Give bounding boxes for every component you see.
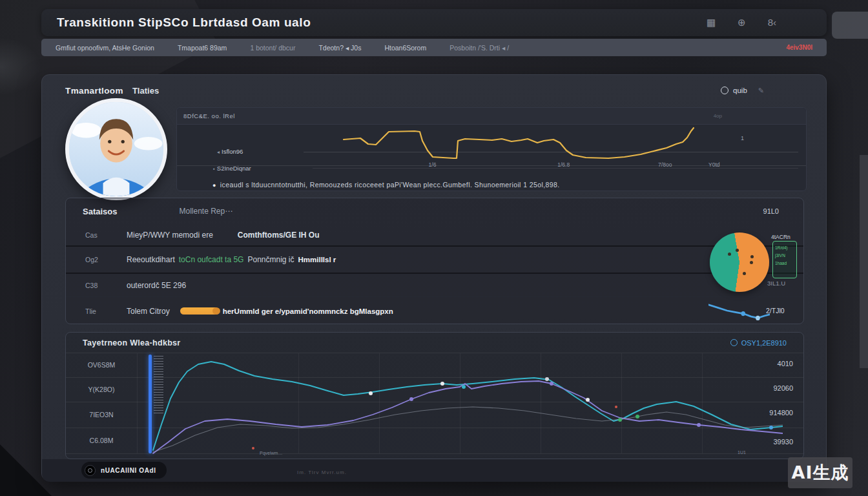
row-sparkline — [708, 300, 770, 321]
x-tick-1: 1/6.8 — [557, 161, 570, 168]
globe-icon[interactable]: ⊕ — [738, 17, 746, 28]
row-key: Cas — [85, 231, 127, 239]
x-axis-note: Pqvelwm… — [260, 451, 282, 455]
band-label-2: 7IEO3N — [66, 411, 137, 418]
top-chart-title: 8DfC&E. oo. lRel — [183, 112, 235, 119]
band-label-0: OV6S8M — [66, 361, 137, 369]
card-title: Tmanartloom — [65, 86, 123, 96]
pie-data-dot — [728, 253, 731, 256]
pie-data-dot — [743, 272, 746, 275]
row-text: MieyP/WWY memodi ere — [127, 231, 213, 240]
footer-caption: Im. Tlrv Mvrr.um. — [297, 470, 347, 475]
right-axis-value-3: 39930 — [773, 438, 793, 446]
top-chart-header: 8DfC&E. oo. lRel 4op — [177, 108, 806, 125]
stats-table: Sataisos Mollente Rep⋯ 91L0 Cas MieyP/WW… — [65, 198, 804, 324]
share-icon[interactable]: 8‹ — [768, 17, 776, 28]
avatar-illustration — [69, 102, 163, 196]
row-tail-text: Ponnčmnig ič — [247, 255, 294, 264]
card-footer: nUACAllNI OAdl Im. Tlrv Mvrr.um. — [42, 459, 826, 482]
right-value-2: 3IL1.U — [767, 280, 785, 287]
band-label-3: C6.08M — [66, 437, 137, 444]
table-row[interactable]: C38 outerordč 5E 296 — [66, 274, 803, 297]
table-row[interactable]: Tlie Tolem Citroy herUmmld ger e/ypamid'… — [66, 297, 803, 325]
table-subtitle: Mollente Rep⋯ — [179, 207, 232, 216]
row-key: Tlie — [85, 307, 127, 315]
nav-item-0[interactable]: Gmfiut opnoofivm, AtsHe Gonion — [56, 44, 154, 52]
card-header: Tmanartloom Tlaties quib ✎ — [42, 81, 826, 99]
row-key: C38 — [85, 282, 127, 289]
row-link-text[interactable]: toCn oufcadt ta 5G — [179, 255, 244, 264]
trend-action-label: OSY1,2E8910 — [741, 339, 787, 347]
row-text: outerordč 5E 296 — [127, 281, 186, 290]
pen-icon[interactable]: ✎ — [758, 87, 764, 95]
download-pill-button[interactable]: nUACAllNI OAdl — [81, 462, 167, 479]
row-text: Reeoutkdihart — [127, 255, 175, 264]
table-row[interactable]: Cas MieyP/WWY memodi ere Comthftoms/GE I… — [66, 224, 803, 247]
nav-item-5[interactable]: Posboitn /'S. Drti ◂ / — [450, 44, 509, 52]
window-titlebar: Transkitionn StipSCo Lbrtdasd Oam ualo ▦… — [41, 9, 827, 36]
right-edge-decoration — [860, 155, 868, 368]
row-secondary-text: Comthftoms/GE IH Ou — [238, 231, 320, 240]
pie-legend-line-0: 1R/d4) — [775, 244, 794, 252]
multi-series-line-chart — [150, 353, 783, 455]
x-tick-2: 7/8oo — [658, 161, 672, 168]
table-header-value: 91L0 — [763, 207, 779, 215]
refresh-label: quib — [733, 87, 747, 94]
window-title: Transkitionn StipSCo Lbrtdasd Oam ualo — [57, 16, 311, 30]
trend-title: Tayetrneon Wlea-hdkbsr — [83, 338, 181, 347]
row-key: Og2 — [85, 256, 127, 264]
pie-data-dot — [736, 249, 739, 252]
legend-item-1: ▪S2IneDiqnar — [213, 165, 251, 172]
right-axis-value-2: 914800 — [769, 409, 793, 417]
label-column-divider — [137, 353, 138, 453]
main-dashboard-card: Tmanartloom Tlaties quib ✎ — [41, 74, 827, 481]
circle-icon — [721, 87, 728, 94]
grid-icon[interactable]: ▦ — [707, 17, 716, 28]
right-value-0: 4tACRn — [771, 234, 790, 240]
background-glow — [0, 37, 41, 96]
avatar[interactable] — [65, 98, 167, 200]
nav-item-3[interactable]: Tdeotn? ◂ J0s — [318, 44, 361, 52]
x-tick-0: 1/6 — [429, 161, 437, 168]
row-bold-text: Hmmilllsl r — [298, 256, 336, 264]
corner-tab-decoration — [832, 12, 868, 39]
summary-note: ● iceaudl s ltduucnntotnutthi, Remoouzed… — [212, 181, 807, 190]
table-title: Sataisos — [83, 207, 117, 216]
nav-item-1[interactable]: Tmapoat6 89am — [178, 44, 227, 52]
download-label: nUACAllNI OAdl — [101, 467, 156, 474]
nav-item-2[interactable]: 1 botont/ dbcur — [250, 44, 295, 52]
pie-legend-line-1: j3IVN — [775, 252, 794, 260]
pie-data-dot — [750, 261, 753, 264]
alert-badge[interactable]: 4eiv3N0l — [786, 44, 812, 51]
top-chart-aux: 4op — [714, 113, 722, 119]
table-header: Sataisos Mollente Rep⋯ 91L0 — [66, 198, 803, 224]
nav-bar: Gmfiut opnoofivm, AtsHe Gonion Tmapoat6 … — [41, 39, 827, 56]
clock-icon — [730, 339, 738, 346]
table-row[interactable]: Og2 Reeoutkdihart toCn oufcadt ta 5G Pon… — [66, 247, 803, 274]
right-axis-value-0: 4010 — [778, 360, 793, 367]
legend-arrow-icon: ◂ — [217, 149, 220, 155]
pie-chart — [710, 232, 769, 292]
top-chart-panel: 8DfC&E. oo. lRel 4op ◂Isflon96 ▪S2IneDiq… — [176, 107, 807, 191]
row-text: Tolem Citroy — [127, 307, 170, 316]
legend-item-0: ◂Isflon96 — [217, 148, 243, 155]
chart-marker: 1 — [741, 135, 744, 141]
record-icon — [85, 465, 96, 476]
legend-square-icon: ▪ — [213, 166, 215, 172]
card-subtitle: Tlaties — [132, 86, 159, 96]
pie-legend-line-2: 1haad — [775, 260, 794, 267]
refresh-button[interactable]: quib ✎ — [721, 87, 764, 95]
trend-header: Tayetrneon Wlea-hdkbsr OSY1,2E8910 — [66, 333, 803, 353]
progress-pill — [180, 307, 219, 315]
trend-action-button[interactable]: OSY1,2E8910 — [730, 339, 787, 347]
pie-data-dot — [750, 255, 754, 258]
nav-item-4[interactable]: Htoan6Sorom — [384, 44, 426, 52]
trend-chart-card: Tayetrneon Wlea-hdkbsr OSY1,2E8910 OV6S8… — [65, 332, 804, 459]
note-text: iceaudl s ltduucnntotnutthi, Remoouzeds … — [220, 181, 560, 190]
right-axis-value-1: 92060 — [773, 384, 793, 392]
ai-watermark: AI生成 — [788, 457, 852, 488]
corner-note: 1U1 — [738, 450, 746, 455]
bullet-icon: ● — [212, 181, 216, 190]
band-label-1: Y(K28O) — [66, 386, 137, 393]
x-tick-3: Y0td — [708, 161, 720, 168]
